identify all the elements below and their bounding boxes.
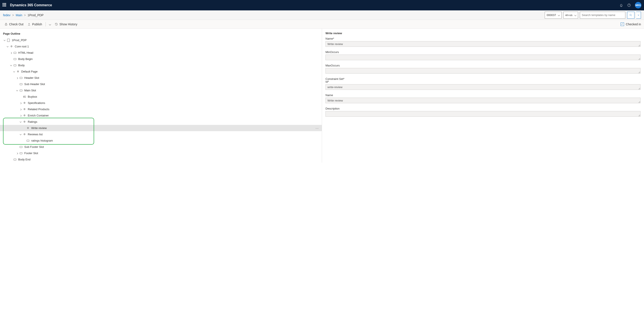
outline-node[interactable]: ratings histogram — [0, 138, 322, 144]
outline-node[interactable]: Footer Slot — [0, 150, 322, 156]
name-field[interactable] — [326, 41, 640, 47]
outline-node[interactable]: Related Products — [0, 106, 322, 112]
outline-node[interactable]: Main Slot — [0, 87, 322, 94]
outline-node[interactable]: Sub Footer Slot — [0, 144, 322, 150]
breadcrumb-mid[interactable]: Main — [16, 13, 22, 17]
chevron-right-icon[interactable] — [19, 114, 22, 117]
outline-node[interactable]: Ratings — [0, 119, 322, 125]
publish-more-button[interactable] — [48, 22, 52, 27]
id-label: Id* — [326, 80, 640, 83]
outline-node[interactable]: Write review··· — [0, 125, 322, 131]
constraint-name-field[interactable] — [326, 98, 640, 103]
channel-dropdown[interactable]: 000037 — [545, 12, 562, 19]
outline-node[interactable]: Body End — [0, 156, 322, 162]
chevron-down-icon[interactable] — [10, 64, 12, 67]
outline-node-label: Specifications — [28, 101, 320, 105]
chevron-right-icon[interactable] — [16, 152, 19, 155]
outline-node-label: Footer Slot — [24, 152, 320, 155]
description-label: Description — [326, 107, 640, 110]
chevron-down-icon — [558, 14, 560, 16]
chevron-down-icon[interactable] — [19, 133, 22, 136]
chevron-down-icon[interactable] — [6, 45, 9, 48]
breadcrumb: fedev > Main > 1Prod_PDP — [3, 13, 44, 17]
outline-node[interactable]: Body — [0, 62, 322, 68]
upload-icon — [27, 22, 31, 26]
svg-line-3 — [631, 15, 632, 16]
minoccurs-label: MinOccurs — [326, 50, 640, 54]
top-bar: Dynamics 365 Commerce MRG — [0, 0, 644, 10]
search-icon — [629, 14, 632, 17]
outline-node[interactable]: Reviews list — [0, 131, 322, 138]
divider — [46, 22, 46, 26]
outline-node-label: Related Products — [28, 108, 320, 111]
search-input[interactable] — [580, 12, 625, 19]
outline-node-label: 1Prod_PDP — [12, 38, 320, 42]
id-field[interactable] — [326, 84, 640, 90]
outline-node[interactable]: Buybox — [0, 94, 322, 100]
show-history-label: Show History — [60, 22, 77, 26]
chevron-right-icon[interactable] — [10, 51, 12, 54]
gear-icon — [23, 108, 26, 111]
slot-icon — [20, 76, 22, 79]
outline-node-label: Body Begin — [18, 57, 320, 61]
breadcrumb-root[interactable]: fedev — [3, 13, 10, 17]
lock-icon — [4, 22, 8, 26]
chevron-right-icon[interactable] — [16, 76, 19, 79]
search-split-button[interactable] — [636, 12, 641, 19]
bell-icon[interactable] — [619, 3, 623, 7]
checked-in-label: Checked in — [626, 22, 641, 26]
page-icon — [7, 39, 10, 42]
gear-icon — [23, 114, 26, 117]
checkout-button[interactable]: Check Out — [3, 22, 25, 27]
outline-node[interactable]: 1Prod_PDP — [0, 37, 322, 43]
outline-node[interactable]: Sub Header Slot — [0, 81, 322, 87]
show-history-button[interactable]: Show History — [53, 22, 78, 27]
app-launcher-icon[interactable] — [2, 3, 7, 7]
search-button[interactable] — [627, 12, 634, 19]
locale-dropdown[interactable]: en-us — [563, 12, 578, 19]
slot-icon — [14, 51, 16, 54]
slot-icon — [14, 58, 16, 61]
outline-node[interactable]: Header Slot — [0, 75, 322, 81]
description-field[interactable] — [326, 111, 640, 117]
properties-panel: Write review Name* MinOccurs MaxOccurs C… — [322, 28, 644, 162]
checked-in-status: ✓ Checked in — [620, 22, 641, 26]
more-icon[interactable]: ··· — [315, 127, 320, 130]
main-area: Page Outline 1Prod_PDPCore root 1HTML He… — [0, 28, 644, 162]
publish-button[interactable]: Publish — [26, 22, 43, 27]
command-bar: Check Out Publish Show History ✓ Checked… — [0, 20, 644, 28]
maxoccurs-field[interactable] — [326, 68, 640, 74]
locale-dropdown-value: en-us — [565, 13, 572, 17]
outline-node-label: Write review — [31, 127, 315, 130]
publish-label: Publish — [32, 22, 42, 26]
chevron-down-icon[interactable] — [16, 89, 19, 92]
avatar[interactable]: MRG — [635, 2, 642, 8]
slot-icon — [20, 152, 22, 155]
outline-node[interactable]: Enrich Container — [0, 112, 322, 119]
minoccurs-field[interactable] — [326, 55, 640, 60]
outline-node-label: Enrich Container — [28, 114, 320, 117]
gear-icon — [16, 70, 20, 73]
outline-node[interactable]: Body Begin — [0, 56, 322, 62]
gear-icon — [23, 120, 26, 123]
properties-title: Write review — [326, 32, 640, 35]
chevron-right-icon[interactable] — [19, 108, 22, 111]
chevron-down-icon[interactable] — [3, 38, 6, 42]
box-icon — [23, 95, 26, 98]
chevron-right-icon[interactable] — [19, 101, 22, 105]
outline-node[interactable]: HTML Head — [0, 50, 322, 56]
slot-icon — [26, 139, 30, 142]
outline-node[interactable]: Core root 1 — [0, 43, 322, 50]
gear-icon — [23, 133, 26, 136]
outline-node-label: ratings histogram — [31, 139, 320, 142]
outline-node[interactable]: Specifications — [0, 100, 322, 106]
outline-node-label: HTML Head — [18, 51, 320, 54]
help-icon[interactable] — [627, 3, 631, 7]
chevron-down-icon[interactable] — [19, 120, 22, 123]
slot-icon — [14, 64, 16, 67]
chevron-down-icon[interactable] — [12, 70, 16, 73]
app-title: Dynamics 365 Commerce — [10, 3, 619, 7]
outline-node-label: Body End — [18, 158, 320, 161]
chevron-right-icon: > — [12, 13, 14, 17]
outline-node[interactable]: Default Page — [0, 68, 322, 75]
